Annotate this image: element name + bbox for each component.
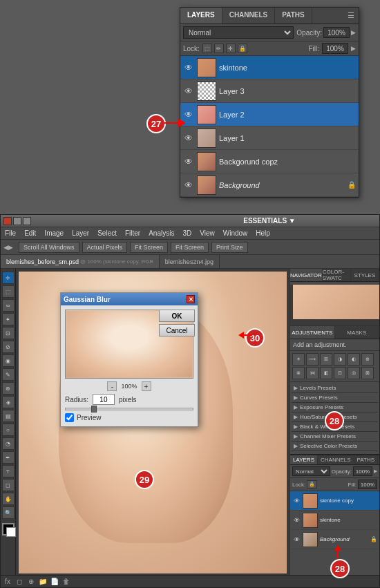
lock-transparent-btn[interactable]: ⬚ bbox=[202, 44, 212, 53]
adj-brightness-icon[interactable]: ☀ bbox=[292, 353, 305, 366]
fill-arrow[interactable]: ▶ bbox=[351, 45, 356, 52]
preset-channel-mixer[interactable]: ▶ Channel Mixer Presets bbox=[292, 432, 378, 442]
foreground-color-swatch[interactable] bbox=[2, 523, 15, 535]
adj-invert-icon[interactable]: ⊗ bbox=[292, 367, 305, 379]
menu-3d[interactable]: 3D bbox=[181, 229, 193, 237]
layers-opacity-arrow[interactable]: ▶ bbox=[374, 468, 377, 474]
preview-checkbox[interactable] bbox=[65, 413, 74, 422]
lock-move-btn[interactable]: ✛ bbox=[226, 44, 236, 53]
menu-view[interactable]: View bbox=[198, 229, 216, 237]
tab-color-swatches[interactable]: COLOR-SWATC bbox=[323, 269, 351, 281]
tab-blemishes2[interactable]: blemishes2n4.jpg bbox=[160, 255, 220, 268]
tool-crop[interactable]: ⊡ bbox=[2, 327, 15, 339]
layer-row[interactable]: 👁 Layer 3 bbox=[180, 79, 359, 103]
layers-opacity-input[interactable] bbox=[353, 466, 372, 476]
print-size-btn[interactable]: Print Size bbox=[211, 242, 248, 253]
ps-maximize-btn[interactable] bbox=[23, 217, 31, 225]
layer-row[interactable]: 👁 Backgorund copz bbox=[180, 150, 359, 173]
tool-eraser[interactable]: ◈ bbox=[2, 396, 15, 408]
menu-filter[interactable]: Filter bbox=[124, 229, 142, 237]
adj-levels-icon[interactable]: ⊞ bbox=[320, 353, 332, 366]
menu-window[interactable]: Window bbox=[222, 229, 249, 237]
lock-paint-btn[interactable]: ✏ bbox=[214, 44, 224, 53]
ps-minimize-btn[interactable] bbox=[13, 217, 21, 225]
preset-levels[interactable]: ▶ Levels Presets bbox=[292, 383, 378, 393]
adj-vibrance-icon[interactable]: ⋈ bbox=[306, 367, 319, 379]
tool-shape[interactable]: ◻ bbox=[2, 479, 15, 491]
adj-photo-filter-icon[interactable]: ⊕ bbox=[361, 353, 374, 366]
tool-zoom[interactable]: 🔍 bbox=[2, 506, 15, 519]
adj-exposure-icon[interactable]: ◎ bbox=[348, 367, 360, 379]
tool-hand[interactable]: ✋ bbox=[2, 493, 15, 505]
layers-fill-input[interactable] bbox=[358, 480, 377, 489]
menu-edit[interactable]: Edit bbox=[23, 229, 37, 237]
adj-bw-icon[interactable]: ◧ bbox=[320, 367, 332, 379]
fit-screen-btn[interactable]: Fit Screen bbox=[130, 242, 168, 253]
tool-pen[interactable]: ✒ bbox=[2, 451, 15, 464]
radius-slider-thumb[interactable] bbox=[91, 406, 97, 412]
adj-hue-icon[interactable]: ◑ bbox=[334, 353, 346, 366]
radius-slider-track[interactable] bbox=[65, 408, 193, 410]
tool-lasso[interactable]: ∞ bbox=[2, 299, 15, 312]
preset-curves[interactable]: ▶ Curves Presets bbox=[292, 393, 378, 403]
menu-analysis[interactable]: Analysis bbox=[147, 229, 175, 237]
tool-select[interactable]: ⬚ bbox=[2, 285, 15, 298]
gaussian-close-btn[interactable]: ✕ bbox=[187, 295, 195, 303]
tool-text[interactable]: T bbox=[2, 465, 15, 477]
adj-colorbal-icon[interactable]: ⊡ bbox=[334, 367, 346, 379]
layers-tab-paths[interactable]: PATHS bbox=[354, 455, 378, 464]
layers-tab-layers[interactable]: LAYERS bbox=[290, 455, 318, 464]
tool-eyedrop[interactable]: ⊘ bbox=[2, 341, 15, 353]
background-color-swatch[interactable] bbox=[6, 527, 16, 537]
layers-tab-channels[interactable]: CHANNELS bbox=[318, 455, 354, 464]
blend-mode-select[interactable]: Normal bbox=[183, 26, 294, 39]
layer-row[interactable]: 👁 Background 🔒 bbox=[180, 173, 359, 197]
zoom-in-btn[interactable]: + bbox=[142, 381, 151, 391]
layer-visibility-icon[interactable]: 👁 bbox=[183, 62, 194, 73]
gaussian-ok-btn[interactable]: OK bbox=[159, 310, 195, 322]
mini-layer-eye[interactable]: 👁 bbox=[292, 516, 301, 524]
tab-masks[interactable]: MASKS bbox=[335, 326, 380, 339]
tool-stamp[interactable]: ⊛ bbox=[2, 382, 15, 395]
menu-file[interactable]: File bbox=[3, 229, 17, 237]
gaussian-cancel-btn[interactable]: Cancel bbox=[159, 324, 195, 336]
scroll-all-windows-btn[interactable]: Scroll All Windows bbox=[19, 242, 79, 253]
mini-layer-eye[interactable]: 👁 bbox=[292, 497, 301, 505]
tab-channels[interactable]: CHANNELS bbox=[222, 8, 276, 23]
adj-saturation-icon[interactable]: ◐ bbox=[348, 353, 360, 366]
lock-all-btn[interactable]: 🔒 bbox=[238, 44, 247, 53]
tab-navigator[interactable]: NAVIGATOR bbox=[290, 269, 323, 281]
tool-brush[interactable]: ✎ bbox=[2, 368, 15, 381]
layer-visibility-icon[interactable]: 👁 bbox=[183, 156, 194, 167]
tab-layers[interactable]: LAYERS bbox=[180, 8, 222, 23]
tool-move[interactable]: ✛ bbox=[2, 272, 15, 284]
opacity-arrow[interactable]: ▶ bbox=[351, 29, 356, 36]
mini-layer-row[interactable]: 👁 skintone copy bbox=[290, 491, 379, 511]
layer-visibility-icon[interactable]: 👁 bbox=[183, 180, 194, 191]
layer-row[interactable]: 👁 Layer 1 bbox=[180, 126, 359, 150]
mini-layer-eye[interactable]: 👁 bbox=[292, 535, 301, 544]
layers-blend-select[interactable]: Normal bbox=[292, 466, 330, 476]
layers-lock-btn[interactable]: 🔒 bbox=[307, 480, 317, 489]
layer-row[interactable]: 👁 Layer 2 bbox=[180, 103, 359, 126]
tab-blemishes[interactable]: blemishes_before_sm.psd @ 100% (skintone… bbox=[1, 255, 160, 268]
ps-close-btn[interactable] bbox=[3, 217, 12, 225]
tool-dodge[interactable]: ◔ bbox=[2, 437, 15, 450]
adj-threshold-icon[interactable]: ⊠ bbox=[361, 367, 374, 379]
preset-selective-color[interactable]: ▶ Selective Color Presets bbox=[292, 442, 378, 451]
opacity-input[interactable] bbox=[323, 27, 350, 38]
mini-layer-row[interactable]: 👁 skintone bbox=[290, 511, 379, 530]
tool-blur[interactable]: ○ bbox=[2, 424, 15, 436]
fill-input[interactable] bbox=[322, 43, 348, 54]
menu-image[interactable]: Image bbox=[43, 229, 65, 237]
tool-magic[interactable]: ✦ bbox=[2, 313, 15, 325]
tab-adjustments[interactable]: ADJUSTMENTS bbox=[290, 326, 335, 339]
layers-panel-menu-icon[interactable]: ☰ bbox=[378, 455, 379, 464]
layer-visibility-icon[interactable]: 👁 bbox=[183, 133, 194, 144]
tab-paths[interactable]: PATHS bbox=[275, 8, 312, 23]
zoom-out-btn[interactable]: - bbox=[107, 381, 117, 391]
menu-help[interactable]: Help bbox=[254, 229, 272, 237]
menu-layer[interactable]: Layer bbox=[70, 229, 91, 237]
actual-pixels-btn[interactable]: Actual Pixels bbox=[82, 242, 128, 253]
layer-row[interactable]: 👁 skintone bbox=[180, 56, 359, 79]
